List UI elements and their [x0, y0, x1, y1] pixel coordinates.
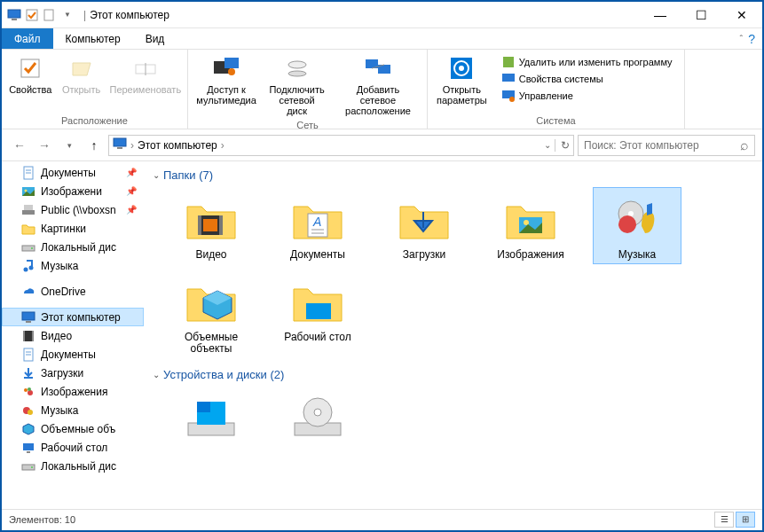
- svg-rect-30: [24, 205, 33, 210]
- settings-icon: [447, 54, 476, 82]
- netdrive-icon: [283, 54, 311, 82]
- svg-rect-23: [117, 147, 122, 149]
- properties-button[interactable]: Свойства: [7, 52, 54, 97]
- 3d-icon: [21, 422, 35, 436]
- uninstall-button[interactable]: Удалить или изменить программу: [500, 54, 674, 70]
- refresh-button[interactable]: ↻: [555, 139, 570, 152]
- sidebar-item[interactable]: OneDrive: [2, 282, 144, 301]
- svg-rect-19: [502, 74, 515, 82]
- settings-button[interactable]: Открыть параметры: [433, 52, 491, 107]
- netdrive-button[interactable]: Подключить сетевой диск: [264, 52, 329, 118]
- folder-item[interactable]: Музыка: [593, 187, 681, 264]
- navigation-pane[interactable]: Документы📌Изображени📌Public (\\vboxsn📌Ка…: [2, 161, 144, 509]
- folder-item[interactable]: Объемные объекты: [167, 270, 256, 358]
- details-view-button[interactable]: ☰: [714, 512, 734, 528]
- icons-view-button[interactable]: ⊞: [736, 512, 755, 528]
- svg-point-52: [31, 466, 33, 468]
- svg-point-10: [288, 71, 306, 76]
- sidebar-item[interactable]: Картинки: [2, 219, 144, 238]
- sidebar-item-label: Изображения: [41, 386, 107, 398]
- drive-item[interactable]: [273, 387, 362, 450]
- sidebar-item[interactable]: Public (\\vboxsn📌: [2, 200, 144, 219]
- disk-icon: [21, 459, 35, 473]
- item-label: Загрузки: [403, 249, 445, 261]
- folder-item[interactable]: Загрузки: [380, 187, 469, 264]
- svg-point-65: [618, 215, 636, 233]
- main-content[interactable]: ⌄ Папки (7) ВидеоAДокументыЗагрузкиИзобр…: [144, 161, 762, 509]
- minimize-button[interactable]: —: [640, 3, 681, 27]
- back-button[interactable]: ←: [9, 135, 30, 156]
- address-dropdown-icon[interactable]: ⌄: [544, 140, 551, 150]
- qat-dropdown-icon[interactable]: ▼: [60, 8, 75, 22]
- tab-file[interactable]: Файл: [2, 28, 53, 49]
- sidebar-item[interactable]: Изображени📌: [2, 182, 144, 200]
- search-input[interactable]: [584, 139, 736, 152]
- desktop-icon: [21, 441, 35, 455]
- drive-item[interactable]: [167, 387, 256, 450]
- sidebar-item[interactable]: Объемные объ: [2, 419, 144, 438]
- sidebar-item-label: Документы: [41, 348, 96, 361]
- multimedia-button[interactable]: Доступ к мультимедиа: [193, 52, 259, 107]
- sidebar-item[interactable]: Этот компьютер: [2, 308, 144, 326]
- cd-drive-icon: [286, 390, 350, 447]
- sidebar-item[interactable]: Документы: [2, 345, 144, 364]
- ribbon-tabs: Файл Компьютер Вид ˆ ?: [2, 28, 762, 50]
- recent-dropdown[interactable]: ▾: [59, 135, 80, 156]
- netlocation-button[interactable]: Добавить сетевое расположение: [335, 52, 421, 118]
- folder-item[interactable]: Видео: [167, 187, 256, 264]
- search-box[interactable]: ⌕: [578, 135, 755, 156]
- svg-point-11: [288, 61, 306, 68]
- properties-qat-icon[interactable]: [25, 8, 39, 22]
- ribbon-collapse-icon[interactable]: ˆ: [740, 34, 744, 44]
- address-location[interactable]: Этот компьютер: [138, 139, 217, 152]
- up-button[interactable]: ↑: [83, 135, 105, 156]
- svg-point-45: [28, 390, 33, 395]
- sidebar-item[interactable]: Локальный дис: [2, 238, 144, 256]
- sidebar-item-label: Музыка: [41, 260, 78, 272]
- new-qat-icon[interactable]: [43, 8, 57, 22]
- img-icon: [21, 184, 35, 199]
- svg-rect-36: [26, 321, 31, 323]
- svg-rect-39: [32, 331, 34, 341]
- music2-icon: [21, 403, 35, 418]
- sidebar-item[interactable]: Музыка: [2, 401, 144, 419]
- sidebar-item-label: Картинки: [41, 223, 86, 235]
- sidebar-item[interactable]: Видео: [2, 326, 144, 345]
- sidebar-item[interactable]: Рабочий стол: [2, 438, 144, 457]
- svg-rect-50: [27, 451, 30, 453]
- search-icon[interactable]: ⌕: [740, 137, 749, 153]
- sidebar-item[interactable]: Загрузки: [2, 364, 144, 382]
- folder-item[interactable]: Изображения: [486, 187, 575, 264]
- sidebar-item-label: Объемные объ: [41, 423, 115, 435]
- tab-view[interactable]: Вид: [133, 28, 177, 49]
- address-bar[interactable]: › Этот компьютер › ⌄ ↻: [108, 135, 574, 156]
- section-folders-header[interactable]: ⌄ Папки (7): [153, 167, 753, 187]
- folder-item[interactable]: Рабочий стол: [273, 270, 362, 358]
- music-icon: [21, 259, 35, 273]
- window-title: Этот компьютер: [90, 9, 169, 21]
- close-button[interactable]: ✕: [721, 3, 762, 27]
- section-drives-header[interactable]: ⌄ Устройства и диски (2): [153, 366, 753, 387]
- help-icon[interactable]: ?: [748, 32, 755, 46]
- sidebar-item-label: Public (\\vboxsn: [41, 204, 116, 216]
- tab-computer[interactable]: Компьютер: [53, 28, 133, 49]
- folder-item[interactable]: AДокументы: [273, 187, 362, 264]
- sidebar-item[interactable]: Изображения: [2, 382, 144, 401]
- windows-drive-icon: [179, 390, 243, 447]
- svg-point-32: [31, 247, 33, 249]
- rename-button: Переименовать: [109, 52, 182, 97]
- svg-point-9: [228, 68, 235, 75]
- svg-rect-29: [22, 210, 35, 215]
- manage-button[interactable]: Управление: [500, 88, 674, 104]
- ribbon: Свойства Открыть Переименовать Расположе…: [2, 50, 762, 129]
- svg-rect-1: [12, 19, 17, 20]
- maximize-button[interactable]: ☐: [681, 3, 721, 27]
- svg-rect-8: [224, 58, 239, 68]
- sidebar-item[interactable]: Музыка: [2, 256, 144, 275]
- netlocation-icon: [364, 54, 392, 82]
- sidebar-item[interactable]: Локальный дис: [2, 457, 144, 475]
- img-folder-icon: [499, 191, 563, 247]
- svg-rect-49: [23, 443, 34, 450]
- sidebar-item[interactable]: Документы📌: [2, 163, 144, 182]
- sysprops-button[interactable]: Свойства системы: [500, 71, 674, 87]
